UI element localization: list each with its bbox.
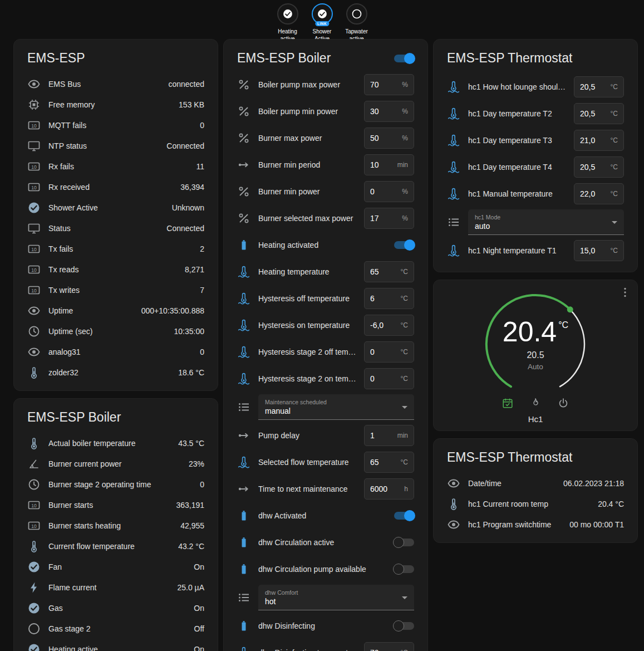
- entity-row[interactable]: 10Rx received36,394: [23, 177, 209, 197]
- entity-row[interactable]: Burner current power23%: [23, 453, 209, 474]
- number-input[interactable]: 22,0°C: [574, 183, 624, 204]
- entity-row[interactable]: EMS Busconnected: [23, 74, 209, 94]
- badge-tapwater-active[interactable]: Tapwater active: [341, 3, 373, 42]
- number-input[interactable]: 65°C: [364, 261, 414, 282]
- entity-row[interactable]: 10Burner starts363,191: [23, 495, 209, 515]
- number-unit: °C: [401, 268, 408, 276]
- number-input[interactable]: 6°C: [364, 288, 414, 309]
- entity-row[interactable]: NTP statusConnected: [23, 135, 209, 156]
- entity-row[interactable]: 10Tx writes7: [23, 280, 209, 300]
- toggle-switch[interactable]: [394, 512, 414, 520]
- entity-row[interactable]: 10Tx fails2: [23, 238, 209, 259]
- number-unit: °C: [401, 458, 408, 466]
- entity-row[interactable]: Free memory153 KB: [23, 94, 209, 115]
- entity-label: hc1 Day temperature T3: [468, 136, 574, 145]
- entity-row[interactable]: 10Tx reads8,271: [23, 259, 209, 280]
- select-input[interactable]: hc1 Modeauto: [468, 209, 624, 235]
- number-input[interactable]: 15,0°C: [574, 240, 624, 261]
- entity-value: 0: [200, 347, 204, 356]
- number-input[interactable]: 17%: [364, 208, 414, 229]
- entity-label: Boiler pump min power: [258, 107, 364, 116]
- entity-row[interactable]: Actual boiler temperature43.5 °C: [23, 433, 209, 453]
- entity-row[interactable]: 10Rx fails11: [23, 156, 209, 177]
- select-input[interactable]: dhw Comforthot: [258, 585, 414, 610]
- entity-label: Pump delay: [258, 431, 364, 440]
- toggle-switch[interactable]: [394, 622, 414, 630]
- toggle-switch[interactable]: [394, 565, 414, 573]
- chevron-down-icon: [402, 596, 407, 599]
- entity-value: Unknown: [172, 203, 204, 212]
- entity-label: Rx received: [48, 183, 180, 192]
- toggle-switch[interactable]: [394, 241, 414, 249]
- number-input[interactable]: 6000h: [364, 478, 414, 500]
- entity-row[interactable]: Heating activeOn: [23, 639, 209, 651]
- entity-row[interactable]: Shower ActiveUnknown: [23, 197, 209, 218]
- badge-shower-active[interactable]: LINKShower Active: [306, 3, 338, 42]
- select-label: Maintenance scheduled: [265, 399, 395, 405]
- toggle-switch[interactable]: [394, 539, 414, 546]
- entity-row[interactable]: Flame current25.0 µA: [23, 577, 209, 598]
- number-input[interactable]: 10min: [364, 154, 414, 175]
- entity-label: hc1 Night temperature T1: [468, 246, 574, 255]
- more-options-icon[interactable]: [618, 286, 632, 299]
- number-input[interactable]: 1min: [364, 425, 414, 446]
- number-input[interactable]: 0%: [364, 181, 414, 202]
- entity-row: dhw Circulation pump available: [233, 556, 419, 583]
- badge-heating-active[interactable]: Heating active: [272, 3, 304, 42]
- entity-row[interactable]: StatusConnected: [23, 218, 209, 238]
- entity-row[interactable]: 10Burner starts heating42,955: [23, 515, 209, 536]
- entity-rows: hc1 How hot lounge should…20,5°Chc1 Day …: [443, 74, 628, 264]
- entity-value: 20.4 °C: [598, 500, 624, 508]
- number-input[interactable]: 30%: [364, 101, 414, 122]
- check-circle-icon: [282, 8, 293, 19]
- entity-row: Hysteresis stage 2 on temp…0°C: [233, 365, 419, 392]
- card-master-toggle[interactable]: [394, 55, 414, 62]
- entity-value: On: [194, 645, 204, 651]
- check-circle-icon: [27, 560, 41, 574]
- entity-row[interactable]: GasOn: [23, 598, 209, 618]
- thermometer-icon: [27, 540, 41, 553]
- number-input[interactable]: 50%: [364, 128, 414, 149]
- entity-row[interactable]: hc1 Current room temp20.4 °C: [443, 493, 628, 514]
- entity-row[interactable]: hc1 Program switchtime00 mo 00:00 T1: [443, 514, 628, 535]
- thermostat-gauge[interactable]: 20.4°C 20.5 Auto: [474, 290, 597, 397]
- number-input[interactable]: 21,0°C: [574, 130, 624, 151]
- entity-row[interactable]: Burner stage 2 operating time0: [23, 474, 209, 495]
- entity-row[interactable]: zolder3218.6 °C: [23, 362, 209, 383]
- number-input[interactable]: 20,5°C: [574, 156, 624, 178]
- entity-label: Gas stage 2: [48, 624, 194, 633]
- number-input[interactable]: 20,5°C: [574, 76, 624, 97]
- water-thermometer-icon: [237, 292, 250, 305]
- entity-row[interactable]: Date/time06.02.2023 21:18: [443, 473, 628, 493]
- entity-row[interactable]: Gas stage 2Off: [23, 618, 209, 639]
- entity-value: 43.5 °C: [178, 439, 204, 448]
- fire-icon[interactable]: [529, 397, 542, 409]
- water-thermometer-icon: [447, 160, 460, 174]
- entity-value: 18.6 °C: [178, 368, 204, 377]
- entity-label: Burner min power: [258, 187, 364, 196]
- check-circle-icon: [27, 643, 41, 651]
- select-input[interactable]: Maintenance scheduledmanual: [258, 394, 414, 420]
- number-input[interactable]: 20,5°C: [574, 103, 624, 124]
- entity-row[interactable]: FanOn: [23, 556, 209, 577]
- setpoint-handle[interactable]: [567, 306, 573, 312]
- entity-row: Maintenance scheduledmanual: [233, 392, 419, 422]
- number-input[interactable]: 0°C: [364, 368, 414, 389]
- number-input[interactable]: 0°C: [364, 341, 414, 363]
- entity-row[interactable]: Uptime (sec)10:35:00: [23, 321, 209, 341]
- power-icon[interactable]: [557, 397, 569, 409]
- percent-icon: [237, 105, 250, 118]
- number-input[interactable]: 70°C: [364, 642, 414, 651]
- battery-icon: [237, 238, 250, 252]
- entity-row[interactable]: analog310: [23, 341, 209, 362]
- number-unit: °C: [611, 83, 618, 91]
- toggle-thumb: [404, 510, 415, 521]
- number-input[interactable]: -6,0°C: [364, 315, 414, 336]
- eye-icon: [447, 518, 460, 531]
- entity-row[interactable]: Current flow temperature43.2 °C: [23, 536, 209, 556]
- calendar-check-icon[interactable]: [502, 397, 514, 409]
- entity-row[interactable]: 10MQTT fails0: [23, 115, 209, 135]
- number-input[interactable]: 65°C: [364, 452, 414, 473]
- number-input[interactable]: 70%: [364, 74, 414, 95]
- entity-row[interactable]: Uptime000+10:35:00.888: [23, 300, 209, 321]
